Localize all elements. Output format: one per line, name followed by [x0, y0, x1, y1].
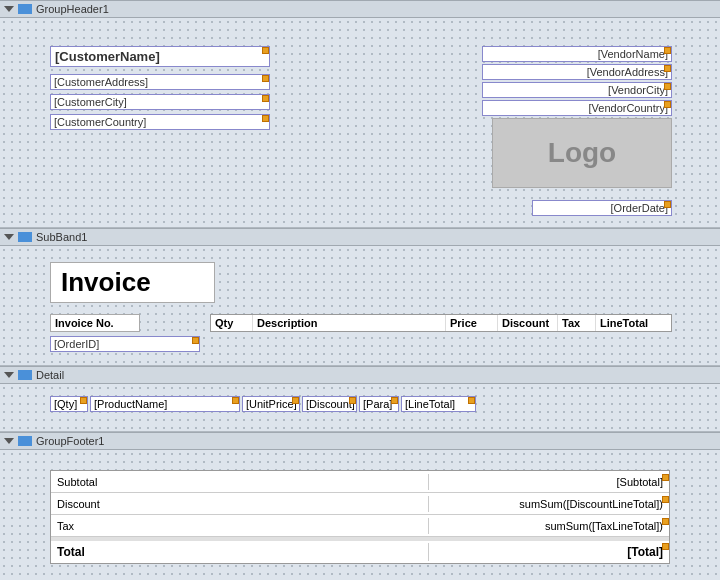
order-id-anchor — [192, 337, 199, 344]
invoice-title: Invoice — [50, 262, 215, 303]
customer-name-field[interactable]: [CustomerName] — [50, 46, 270, 67]
tax-sum-value: sumSum([TaxLineTotal]) — [429, 518, 669, 534]
vendor-city-field[interactable]: [VendorCity] — [482, 82, 672, 98]
productname-detail-field[interactable]: [ProductName] — [90, 396, 240, 412]
customer-country-anchor — [262, 115, 269, 122]
detail-band[interactable]: Detail — [0, 366, 720, 384]
vendor-name-anchor — [664, 47, 671, 54]
customer-name-anchor — [262, 47, 269, 54]
tax-label: Tax — [51, 518, 429, 534]
col-desc: Description — [253, 315, 446, 331]
order-date-anchor — [664, 201, 671, 208]
discount-anchor — [349, 397, 356, 404]
collapse-triangle — [4, 6, 14, 12]
col-tax: Tax — [558, 315, 596, 331]
column-header-row: Qty Description Price Discount Tax LineT… — [210, 314, 672, 332]
summary-table: Subtotal [Subtotal] Discount sumSum([Dis… — [50, 470, 670, 564]
col-price: Price — [446, 315, 498, 331]
discount-label: Discount — [51, 496, 429, 512]
para-anchor — [391, 397, 398, 404]
customer-country-field[interactable]: [CustomerCountry] — [50, 114, 270, 130]
total-value: [Total] — [429, 543, 669, 561]
detail-triangle — [4, 372, 14, 378]
unitprice-detail-field[interactable]: [UnitPrice] — [242, 396, 300, 412]
col-qty: Qty — [211, 315, 253, 331]
detail-fields-row: [Qty] [ProductName] [UnitPrice] [Discoun… — [50, 396, 670, 412]
group-header1-label: GroupHeader1 — [36, 3, 109, 15]
discount-anchor — [662, 496, 669, 503]
qty-anchor — [80, 397, 87, 404]
subtotal-label: Subtotal — [51, 474, 429, 490]
subtotal-anchor — [662, 474, 669, 481]
subband1-label: SubBand1 — [36, 231, 87, 243]
gf1-icon — [18, 436, 32, 446]
qty-detail-field[interactable]: [Qty] — [50, 396, 88, 412]
group-footer1-label: GroupFooter1 — [36, 435, 104, 447]
total-label: Total — [51, 543, 429, 561]
para-detail-field[interactable]: [Para] — [359, 396, 399, 412]
detail-icon — [18, 370, 32, 380]
total-anchor — [662, 543, 669, 550]
group-header1-band[interactable]: GroupHeader1 — [0, 0, 720, 18]
productname-anchor — [232, 397, 239, 404]
tax-row: Tax sumSum([TaxLineTotal]) — [51, 515, 669, 537]
group-header1-content: [CustomerName] [CustomerAddress] [Custom… — [0, 18, 720, 228]
discount-sum-value: sumSum([DiscountLineTotal]) — [429, 496, 669, 512]
customer-city-field[interactable]: [CustomerCity] — [50, 94, 270, 110]
vendor-country-field[interactable]: [VendorCountry] — [482, 100, 672, 116]
order-date-field[interactable]: [OrderDate] — [532, 200, 672, 216]
subband1-content: Invoice Invoice No. Qty Description Pric… — [0, 246, 720, 366]
invoice-no-label: Invoice No. — [50, 314, 140, 332]
subband-icon — [18, 232, 32, 242]
discount-detail-field[interactable]: [Discount] — [302, 396, 357, 412]
total-row: Total [Total] — [51, 541, 669, 563]
customer-address-anchor — [262, 75, 269, 82]
col-linetotal: LineTotal — [596, 315, 671, 331]
gf1-triangle — [4, 438, 14, 444]
linetotal-anchor — [468, 397, 475, 404]
logo-box: Logo — [492, 118, 672, 188]
unitprice-anchor — [292, 397, 299, 404]
vendor-country-anchor — [664, 101, 671, 108]
detail-label: Detail — [36, 369, 64, 381]
customer-city-anchor — [262, 95, 269, 102]
subband-triangle — [4, 234, 14, 240]
subband1-band[interactable]: SubBand1 — [0, 228, 720, 246]
customer-address-field[interactable]: [CustomerAddress] — [50, 74, 270, 90]
vendor-city-anchor — [664, 83, 671, 90]
band-icon — [18, 4, 32, 14]
order-id-field[interactable]: [OrderID] — [50, 336, 200, 352]
tax-anchor — [662, 518, 669, 525]
linetotal-detail-field[interactable]: [LineTotal] — [401, 396, 476, 412]
vendor-address-field[interactable]: [VendorAddress] — [482, 64, 672, 80]
col-discount: Discount — [498, 315, 558, 331]
vendor-name-field[interactable]: [VendorName] — [482, 46, 672, 62]
subtotal-value: [Subtotal] — [429, 474, 669, 490]
vendor-address-anchor — [664, 65, 671, 72]
group-footer1-band[interactable]: GroupFooter1 — [0, 432, 720, 450]
discount-row: Discount sumSum([DiscountLineTotal]) — [51, 493, 669, 515]
subtotal-row: Subtotal [Subtotal] — [51, 471, 669, 493]
detail-content: [Qty] [ProductName] [UnitPrice] [Discoun… — [0, 384, 720, 432]
group-footer1-content: Subtotal [Subtotal] Discount sumSum([Dis… — [0, 450, 720, 580]
